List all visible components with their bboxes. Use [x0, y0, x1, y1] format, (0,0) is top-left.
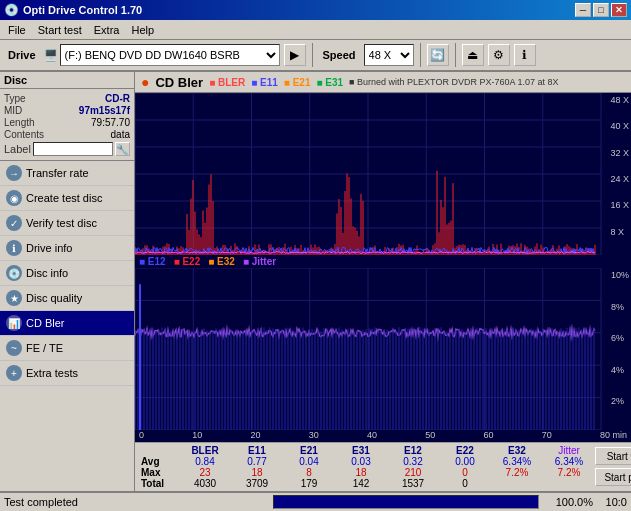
y-8x: 8 X [610, 227, 629, 237]
create-test-disc-icon: ◉ [6, 190, 22, 206]
start-buttons: Start full Start part [595, 445, 631, 486]
sidebar-item-fe-te[interactable]: ~ FE / TE [0, 336, 134, 361]
disc-section-header: Disc [0, 72, 134, 89]
refresh-btn[interactable]: 🔄 [427, 44, 449, 66]
sidebar-item-extra-tests[interactable]: + Extra tests [0, 361, 134, 386]
menu-extra[interactable]: Extra [88, 22, 126, 38]
stats-max-e11: 18 [231, 467, 283, 478]
start-full-button[interactable]: Start full [595, 447, 631, 465]
stats-avg-bler: 0.84 [179, 456, 231, 467]
stats-total-e12: 1537 [387, 478, 439, 489]
stats-bler-hdr: BLER [179, 445, 231, 456]
stats-jitter-hdr: Jitter [543, 445, 595, 456]
menu-file[interactable]: File [2, 22, 32, 38]
y-10pct: 10% [611, 270, 629, 280]
stats-max-e22: 0 [439, 467, 491, 478]
maximize-button[interactable]: □ [593, 3, 609, 17]
legend-bler: ■ BLER [209, 77, 245, 88]
sidebar-item-drive-info[interactable]: ℹ Drive info [0, 236, 134, 261]
label-icon-btn[interactable]: 🔧 [115, 142, 130, 156]
cd-bler-label: CD Bler [26, 317, 65, 329]
stats-max-row: Max 23 18 8 18 210 0 7.2% 7.2% [141, 467, 595, 478]
stats-table: BLER E11 E21 E31 E12 E22 E32 Jitter Avg … [141, 445, 595, 489]
drive-label: Drive [4, 49, 40, 61]
y-24x: 24 X [610, 174, 629, 184]
app-icon: 💿 [4, 3, 19, 17]
mid-key: MID [4, 105, 22, 116]
stats-max-e31: 18 [335, 467, 387, 478]
stats-avg-row: Avg 0.84 0.77 0.04 0.03 0.32 0.00 6.34% … [141, 456, 595, 467]
legend-e22: ■ E22 [174, 256, 201, 267]
stats-e32-hdr: E32 [491, 445, 543, 456]
stats-empty-header [141, 445, 179, 456]
status-text: Test completed [4, 496, 269, 508]
stats-e21-hdr: E21 [283, 445, 335, 456]
stats-max-e12: 210 [387, 467, 439, 478]
chart-header: ● CD Bler ■ BLER ■ E11 ■ E21 ■ E31 ■ Bur… [135, 72, 631, 93]
stats-total-row: Total 4030 3709 179 142 1537 0 [141, 478, 595, 489]
stats-avg-label: Avg [141, 456, 179, 467]
stats-e11-hdr: E11 [231, 445, 283, 456]
charts-area: 48 X 40 X 32 X 24 X 16 X 8 X ■ E12 ■ E22… [135, 93, 631, 442]
sidebar-item-disc-info[interactable]: 💿 Disc info [0, 261, 134, 286]
main-area: Disc Type CD-R MID 97m15s17f Length 79:5… [0, 72, 631, 491]
status-progress-fill [274, 496, 539, 508]
stats-total-e22: 0 [439, 478, 491, 489]
stats-total-label: Total [141, 478, 179, 489]
y-6pct: 6% [611, 333, 629, 343]
sidebar-item-verify-test-disc[interactable]: ✓ Verify test disc [0, 211, 134, 236]
disc-quality-icon: ★ [6, 290, 22, 306]
drive-select[interactable]: (F:) BENQ DVD DD DW1640 BSRB [60, 44, 280, 66]
extra-tests-icon: + [6, 365, 22, 381]
stats-avg-e21: 0.04 [283, 456, 335, 467]
legend-e21: ■ E21 [284, 77, 311, 88]
sep3 [455, 43, 456, 67]
y-4pct: 4% [611, 365, 629, 375]
menu-help[interactable]: Help [125, 22, 160, 38]
settings-btn[interactable]: ⚙ [488, 44, 510, 66]
close-button[interactable]: ✕ [611, 3, 627, 17]
legend-jitter: ■ Jitter [243, 256, 276, 267]
y-40x: 40 X [610, 121, 629, 131]
stats-e12-hdr: E12 [387, 445, 439, 456]
mid-val: 97m15s17f [79, 105, 130, 116]
sidebar-item-cd-bler[interactable]: 📊 CD Bler [0, 311, 134, 336]
drive-info-icon: ℹ [6, 240, 22, 256]
speed-select[interactable]: 48 X [364, 44, 414, 66]
eject-btn[interactable]: ⏏ [462, 44, 484, 66]
y-2pct: 2% [611, 396, 629, 406]
drive-info-label: Drive info [26, 242, 72, 254]
sidebar-item-create-test-disc[interactable]: ◉ Create test disc [0, 186, 134, 211]
extra-tests-label: Extra tests [26, 367, 78, 379]
disc-info-label: Disc info [26, 267, 68, 279]
speed-label: Speed [319, 49, 360, 61]
stats-avg-e31: 0.03 [335, 456, 387, 467]
status-progress-bar [273, 495, 540, 509]
sidebar: Disc Type CD-R MID 97m15s17f Length 79:5… [0, 72, 135, 491]
stats-total-e31: 142 [335, 478, 387, 489]
legend-e32: ■ E32 [208, 256, 235, 267]
bottom-chart-canvas [135, 268, 631, 430]
status-bar: Test completed 100.0% 10:0 [0, 491, 631, 511]
stats-avg-e11: 0.77 [231, 456, 283, 467]
menu-start-test[interactable]: Start test [32, 22, 88, 38]
cd-bler-icon: 📊 [6, 315, 22, 331]
verify-test-disc-icon: ✓ [6, 215, 22, 231]
stats-e22-hdr: E22 [439, 445, 491, 456]
start-part-button[interactable]: Start part [595, 468, 631, 486]
label-key: Label [4, 143, 31, 155]
sidebar-item-disc-quality[interactable]: ★ Disc quality [0, 286, 134, 311]
info-btn[interactable]: ℹ [514, 44, 536, 66]
stats-header-row: BLER E11 E21 E31 E12 E22 E32 Jitter [141, 445, 595, 456]
minimize-button[interactable]: ─ [575, 3, 591, 17]
transfer-rate-icon: → [6, 165, 22, 181]
label-input[interactable] [33, 142, 113, 156]
legend-e12: ■ E12 [139, 256, 166, 267]
sidebar-item-transfer-rate[interactable]: → Transfer rate [0, 161, 134, 186]
stats-avg-jitter: 6.34% [543, 456, 595, 467]
drive-arrow-btn[interactable]: ▶ [284, 44, 306, 66]
disc-info-panel: Type CD-R MID 97m15s17f Length 79:57.70 … [0, 89, 134, 161]
chart-icon: ● [141, 74, 149, 90]
stats-max-label: Max [141, 467, 179, 478]
drive-icon: 🖥️ [44, 49, 58, 62]
